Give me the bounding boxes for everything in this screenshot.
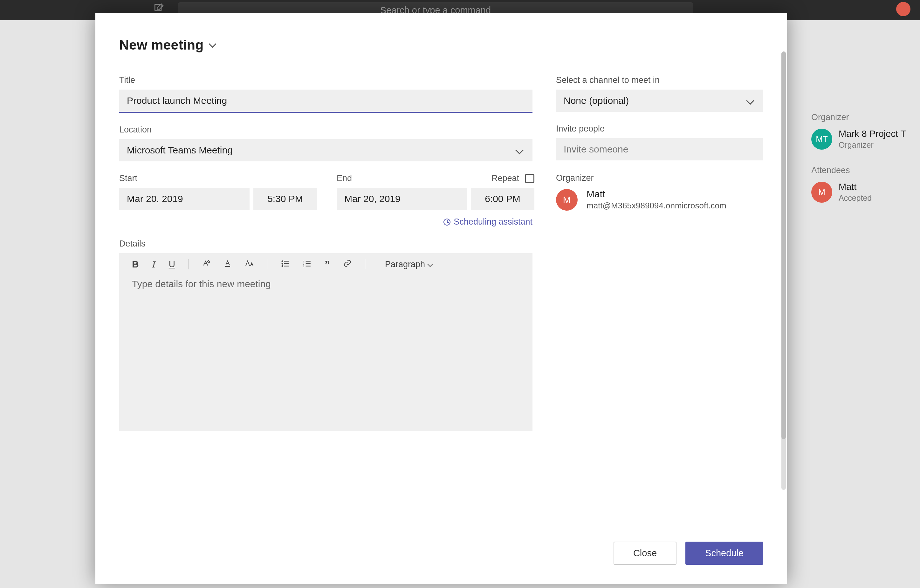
underline-button[interactable]: U [169,259,175,270]
link-button[interactable] [343,259,351,270]
schedule-button[interactable]: Schedule [685,542,763,565]
sidebar-organizer-label: Organizer [811,113,910,122]
chevron-down-icon [515,146,523,154]
font-size-button[interactable] [245,259,254,270]
sidebar-attendee-row[interactable]: M Matt Accepted [811,182,910,203]
details-editor[interactable]: B I U 123 ” [119,253,533,431]
channel-value: None (optional) [564,95,629,106]
user-avatar[interactable] [896,2,910,16]
sidebar-org-sub: Organizer [839,141,906,150]
organizer-row: M Matt matt@M365x989094.onmicrosoft.com [556,189,763,211]
bullet-list-button[interactable] [281,259,290,270]
italic-button[interactable]: I [152,259,155,270]
sidebar-att-name: Matt [839,182,872,192]
font-color-button[interactable] [224,259,232,270]
title-input[interactable] [119,90,533,113]
repeat-label: Repeat [491,173,519,183]
title-label: Title [119,75,533,85]
new-meeting-modal: New meeting Title Location Microsoft Tea… [96,13,787,584]
location-label: Location [119,125,533,135]
channel-label: Select a channel to meet in [556,75,763,85]
modal-header: New meeting [119,37,763,64]
invite-label: Invite people [556,124,763,134]
invite-input[interactable]: Invite someone [556,138,763,160]
organizer-label: Organizer [556,173,763,183]
avatar-icon: M [556,189,578,211]
separator [365,259,365,270]
organizer-email: matt@M365x989094.onmicrosoft.com [586,201,726,211]
chevron-down-icon [746,97,754,105]
start-time-input[interactable]: 5:30 PM [253,188,317,210]
scrollbar[interactable] [781,52,786,490]
close-button[interactable]: Close [614,542,677,565]
svg-point-2 [282,261,283,262]
end-time-input[interactable]: 6:00 PM [471,188,535,210]
quote-button[interactable]: ” [325,258,330,271]
svg-rect-1 [225,266,230,267]
end-date-input[interactable]: Mar 20, 2019 [337,188,467,210]
avatar-icon: M [811,182,832,203]
details-label: Details [119,239,533,249]
modal-title: New meeting [119,37,204,53]
location-value: Microsoft Teams Meeting [127,145,233,156]
paragraph-dropdown[interactable]: Paragraph [385,260,432,270]
location-select[interactable]: Microsoft Teams Meeting [119,139,533,162]
clock-icon [444,218,450,226]
editor-toolbar: B I U 123 ” [119,253,533,275]
sidebar-organizer-row[interactable]: MT Mark 8 Project T Organizer [811,129,910,150]
chevron-down-icon[interactable] [210,41,217,49]
end-label: End [337,173,352,183]
separator [188,259,189,270]
svg-text:3: 3 [303,265,304,267]
highlight-button[interactable] [202,259,211,270]
svg-point-6 [282,266,283,267]
sidebar-org-name: Mark 8 Project T [839,129,906,139]
numbered-list-button[interactable]: 123 [303,259,311,270]
details-placeholder: Type details for this new meeting [119,275,533,292]
chevron-down-icon [428,262,433,267]
sidebar-attendees-label: Attendees [811,165,910,175]
meeting-sidebar: Organizer MT Mark 8 Project T Organizer … [802,20,920,561]
avatar-icon: MT [811,129,832,150]
sidebar-att-sub: Accepted [839,194,872,203]
start-label: Start [119,173,317,183]
channel-select[interactable]: None (optional) [556,90,763,112]
repeat-checkbox[interactable] [525,174,535,183]
scheduling-assistant-link[interactable]: Scheduling assistant [119,217,533,227]
svg-point-4 [282,263,283,264]
organizer-name: Matt [586,189,726,199]
modal-footer: Close Schedule [96,529,787,584]
bold-button[interactable]: B [132,259,139,270]
start-date-input[interactable]: Mar 20, 2019 [119,188,249,210]
